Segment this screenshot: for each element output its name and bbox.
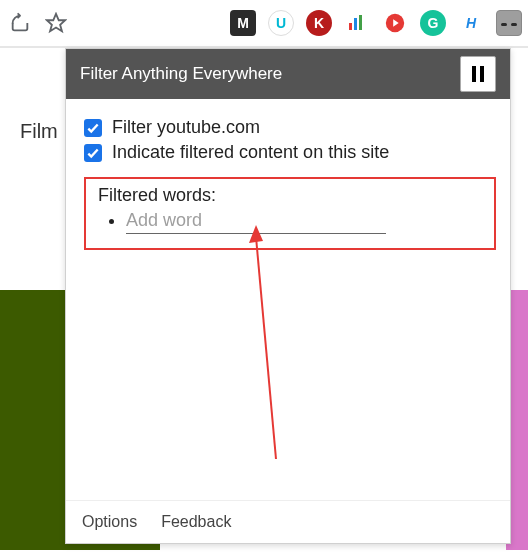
feedback-link[interactable]: Feedback xyxy=(161,513,231,531)
svg-rect-8 xyxy=(472,66,476,82)
pause-button[interactable] xyxy=(460,56,496,92)
ext-k[interactable]: K xyxy=(306,10,332,36)
svg-rect-6 xyxy=(501,23,507,26)
popup-footer: Options Feedback xyxy=(66,500,510,543)
popup-header: Filter Anything Everywhere xyxy=(66,49,510,99)
filtered-words-heading: Filtered words: xyxy=(98,185,482,206)
extension-popup: Filter Anything Everywhere Filter youtub… xyxy=(65,48,511,544)
checkbox-filter-site-row[interactable]: Filter youtube.com xyxy=(84,117,496,138)
ext-g-label: G xyxy=(428,15,439,31)
browser-toolbar: M U K G H xyxy=(0,0,528,48)
filtered-word-item xyxy=(126,208,482,234)
ext-h-label: H xyxy=(466,15,476,31)
svg-rect-2 xyxy=(354,18,357,30)
svg-rect-7 xyxy=(511,23,517,26)
svg-marker-0 xyxy=(47,14,65,31)
star-icon[interactable] xyxy=(42,9,70,37)
svg-rect-1 xyxy=(349,23,352,30)
filtered-words-box: Filtered words: xyxy=(84,177,496,250)
ext-k-label: K xyxy=(314,15,324,31)
ext-bars[interactable] xyxy=(344,10,370,36)
extensions-tray: M U K G H xyxy=(230,10,522,36)
checkbox-indicate-row[interactable]: Indicate filtered content on this site xyxy=(84,142,496,163)
ext-grammarly[interactable]: G xyxy=(420,10,446,36)
checkbox-indicate-label: Indicate filtered content on this site xyxy=(112,142,389,163)
ext-youtube[interactable] xyxy=(382,10,408,36)
tab-film[interactable]: Film xyxy=(20,120,58,142)
ext-m-label: M xyxy=(237,15,249,31)
annotation-arrow xyxy=(146,219,406,479)
options-link[interactable]: Options xyxy=(82,513,137,531)
svg-rect-9 xyxy=(480,66,484,82)
checkbox-filter-site[interactable] xyxy=(84,119,102,137)
checkbox-filter-site-label: Filter youtube.com xyxy=(112,117,260,138)
svg-line-10 xyxy=(256,237,276,459)
checkbox-indicate[interactable] xyxy=(84,144,102,162)
ext-u[interactable]: U xyxy=(268,10,294,36)
svg-rect-3 xyxy=(359,15,362,30)
ext-honey[interactable]: H xyxy=(458,10,484,36)
ext-filter-anything[interactable] xyxy=(496,10,522,36)
ext-m[interactable]: M xyxy=(230,10,256,36)
popup-title: Filter Anything Everywhere xyxy=(80,64,282,84)
share-icon[interactable] xyxy=(6,9,34,37)
ext-u-label: U xyxy=(276,15,286,31)
popup-body: Filter youtube.com Indicate filtered con… xyxy=(66,99,510,500)
add-word-input[interactable] xyxy=(126,208,386,234)
